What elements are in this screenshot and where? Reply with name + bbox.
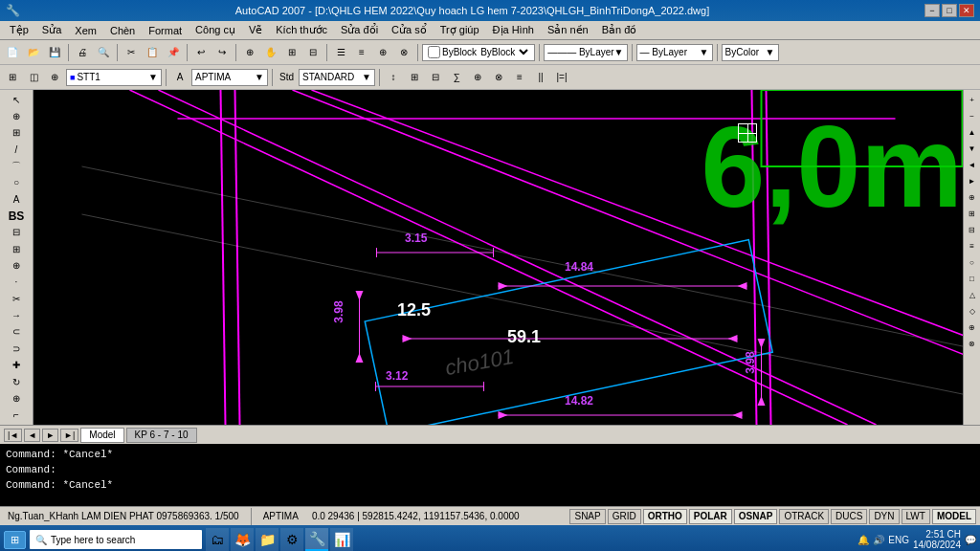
lt-arc[interactable]: ⌒ [4, 158, 29, 173]
lt-trim[interactable]: ✂ [4, 291, 29, 306]
rt-zoomin[interactable]: + [965, 92, 980, 107]
canvas-area[interactable]: 6,0m 3.15 14.84 3.98 12.5 59.1 3.12 14.8… [33, 90, 963, 425]
rt-more-2[interactable]: ○ [965, 254, 980, 270]
more-tb-1[interactable]: ☰ [331, 43, 350, 62]
menu-file[interactable]: Tệp [4, 22, 34, 38]
rt-more-1[interactable]: ≡ [965, 238, 980, 253]
model-btn[interactable]: MODEL [932, 509, 976, 524]
tab-nav-last[interactable]: ►| [60, 429, 78, 442]
lwt-btn[interactable]: LWT [902, 509, 930, 524]
dim-icon-9[interactable]: |=| [552, 68, 571, 87]
lt-select[interactable]: ↖ [4, 92, 29, 107]
tab-nav-prev[interactable]: ◄ [24, 429, 40, 442]
new-btn[interactable]: 📄 [3, 43, 22, 62]
cut-btn[interactable]: ✂ [122, 43, 141, 62]
bylayer-lineweight[interactable]: — ByLayer ▼ [636, 44, 713, 61]
paste-btn[interactable]: 📌 [164, 43, 183, 62]
redo-btn[interactable]: ↪ [212, 43, 232, 62]
rt-more-5[interactable]: ◇ [965, 303, 980, 319]
lt-hatch[interactable]: ⊟ [4, 225, 29, 240]
lt-bs[interactable]: BS [4, 208, 29, 223]
lt-zoom[interactable]: ⊞ [4, 125, 29, 141]
print-btn[interactable]: 🖨 [73, 43, 92, 62]
dim-icon-8[interactable]: || [531, 68, 550, 87]
ortho-btn[interactable]: ORTHO [643, 509, 687, 524]
rt-more-6[interactable]: ⊕ [965, 320, 980, 335]
dyn-btn[interactable]: DYN [869, 509, 899, 524]
zoom-btn[interactable]: ⊕ [240, 43, 259, 62]
more-tb-2[interactable]: ≡ [352, 43, 371, 62]
lt-mirror[interactable]: ⊃ [4, 341, 29, 356]
close-btn[interactable]: ✕ [959, 4, 974, 17]
rt-pan-up[interactable]: ▲ [965, 124, 980, 140]
dim-icon-2[interactable]: ⊞ [405, 68, 424, 87]
rt-more-4[interactable]: △ [965, 287, 980, 302]
style-icon[interactable]: Std [277, 68, 297, 87]
tab-nav-first[interactable]: |◄ [4, 429, 22, 442]
menu-draw[interactable]: Vẽ [243, 22, 268, 38]
grid-btn[interactable]: GRID [608, 509, 641, 524]
menu-view[interactable]: Xem [69, 23, 102, 38]
menu-bando[interactable]: Bản đồ [596, 22, 643, 38]
rt-pan-left[interactable]: ◄ [965, 157, 980, 172]
minimize-btn[interactable]: − [924, 4, 940, 17]
lt-pan[interactable]: ⊕ [4, 108, 29, 123]
dim-icon-3[interactable]: ⊟ [426, 68, 445, 87]
osnap-btn[interactable]: OSNAP [734, 509, 778, 524]
lt-circle[interactable]: ○ [4, 175, 29, 190]
lt-text[interactable]: A [4, 191, 29, 207]
style-dropdown[interactable]: STANDARD ▼ [299, 69, 375, 86]
language-indicator[interactable]: ENG [888, 535, 909, 545]
layer-icon[interactable]: ⊞ [3, 68, 22, 87]
lt-extend[interactable]: → [4, 307, 29, 322]
tab-layout[interactable]: KP 6 - 7 - 10 [126, 428, 197, 443]
text-style-icon[interactable]: A [170, 68, 189, 87]
font-dropdown[interactable]: APTIMA ▼ [191, 69, 268, 86]
menu-window[interactable]: Cửa sổ [386, 22, 433, 38]
taskbar-app-autocad[interactable]: 🔧 [305, 528, 328, 551]
copy-btn[interactable]: 📋 [143, 43, 162, 62]
menu-sannon[interactable]: Sản nền [542, 22, 594, 38]
bycolor-dropdown[interactable]: ByColor ▼ [722, 44, 779, 61]
lt-measure[interactable]: ⊕ [4, 257, 29, 273]
menu-edit[interactable]: Sửa [36, 22, 67, 38]
taskbar-search[interactable]: 🔍 Type here to search [30, 530, 202, 549]
lt-line[interactable]: / [4, 142, 29, 157]
lt-move[interactable]: ✚ [4, 358, 29, 373]
restore-btn[interactable]: □ [942, 4, 957, 17]
rt-pan-right[interactable]: ► [965, 173, 980, 188]
rt-more-3[interactable]: □ [965, 271, 980, 286]
more-tb-3[interactable]: ⊕ [373, 43, 392, 62]
dim-icon-1[interactable]: ↕ [384, 68, 403, 87]
menu-help[interactable]: Trợ giúp [434, 22, 485, 38]
menu-dimension[interactable]: Kích thước [270, 22, 333, 38]
notification-icon[interactable]: 💬 [965, 535, 976, 545]
byblock-dropdown[interactable]: ByBlock ByBlock [422, 44, 535, 61]
lt-block[interactable]: ⊞ [4, 241, 29, 256]
taskbar-app-1[interactable]: 🗂 [206, 528, 229, 551]
rt-zoomout[interactable]: − [965, 108, 980, 123]
menu-diahinh[interactable]: Địa Hình [487, 22, 540, 38]
more-tb-4[interactable]: ⊗ [394, 43, 413, 62]
tab-model[interactable]: Model [80, 428, 123, 443]
preview-btn[interactable]: 🔍 [94, 43, 113, 62]
rt-pan-down[interactable]: ▼ [965, 141, 980, 156]
dim-icon-6[interactable]: ⊗ [489, 68, 508, 87]
zoom-extent[interactable]: ⊞ [282, 43, 301, 62]
byblock-select[interactable]: ByBlock [477, 46, 531, 58]
layer-props-btn[interactable]: ◫ [24, 68, 43, 87]
otrack-btn[interactable]: OTRACK [779, 509, 829, 524]
rt-more-7[interactable]: ⊗ [965, 336, 980, 351]
byblock-check[interactable] [428, 46, 440, 58]
pan-btn[interactable]: ✋ [261, 43, 280, 62]
bylayer-linetype[interactable]: ——— ByLayer ▼ [544, 44, 627, 61]
rt-orbit[interactable]: ⊕ [965, 189, 980, 205]
lt-offset[interactable]: ⊂ [4, 324, 29, 340]
taskbar-app-3[interactable]: 📁 [256, 528, 278, 551]
taskbar-app-2[interactable]: 🦊 [231, 528, 254, 551]
tab-nav-next[interactable]: ► [42, 429, 58, 442]
open-btn[interactable]: 📂 [24, 43, 43, 62]
rt-view[interactable]: ⊟ [965, 222, 980, 237]
start-button[interactable]: ⊞ [4, 531, 26, 549]
lt-scale[interactable]: ⊕ [4, 390, 29, 406]
